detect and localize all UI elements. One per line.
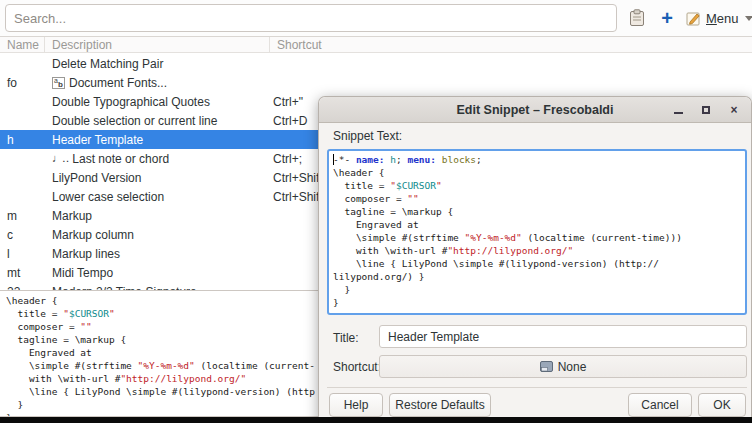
cell-name: fo (0, 76, 45, 90)
shortcut-button[interactable]: None (379, 355, 747, 378)
cell-description: Markup column (45, 228, 270, 242)
cell-description: ♩‥Last note or chord (45, 152, 270, 166)
chevron-down-icon (745, 16, 752, 21)
title-label: Title: (333, 331, 359, 345)
snippet-text-label: Snippet Text: (333, 129, 402, 143)
search-input[interactable] (5, 4, 617, 32)
snippet-toolbar: + Menu (0, 0, 752, 36)
cell-description: Lower case selection (45, 190, 270, 204)
code-line: \line { LilyPond \simple #(lilypond-vers… (333, 257, 741, 270)
window-controls: × (671, 97, 741, 123)
paste-icon[interactable] (625, 6, 649, 30)
frescobaldi-snippet-manager: + Menu Name Description Shortcut Delete … (0, 0, 752, 423)
shortcut-label: Shortcut: (333, 360, 381, 374)
cell-name: mt (0, 266, 45, 280)
close-icon[interactable]: × (727, 103, 741, 117)
dialog-title: Edit Snippet – Frescobaldi (457, 103, 614, 117)
edit-snippet-icon[interactable] (681, 6, 705, 30)
code-line: lilypond.org/) } (333, 270, 741, 283)
cell-description: Double selection or current line (45, 114, 270, 128)
code-line: with \with-url #"http://lilypond.org/" (333, 244, 741, 257)
table-row[interactable]: foabDocument Fonts... (0, 73, 752, 92)
table-header: Name Description Shortcut (0, 37, 752, 53)
shortcut-value: None (558, 360, 587, 374)
cell-description: Markup lines (45, 247, 270, 261)
code-line: Engraved at (333, 218, 741, 231)
cell-description: abDocument Fonts... (45, 76, 270, 90)
code-line: } (333, 296, 741, 309)
maximize-icon[interactable] (699, 103, 713, 117)
cell-name: l (0, 247, 45, 261)
cell-name: m (0, 209, 45, 223)
cell-name: c (0, 228, 45, 242)
column-header-shortcut[interactable]: Shortcut (270, 37, 752, 53)
dialog-separator (327, 387, 747, 388)
ok-button[interactable]: OK (698, 393, 746, 417)
menu-label: Menu (706, 11, 739, 26)
title-field[interactable] (379, 325, 747, 348)
code-line: title = "$CURSOR" (333, 179, 741, 192)
code-line: \simple #(strftime "%Y-%m-%d" (localtime… (333, 231, 741, 244)
snippet-text-editor[interactable]: -*- name: h; menu: blocks;\header { titl… (327, 149, 747, 315)
code-line: } (333, 283, 741, 296)
edit-snippet-dialog: Edit Snippet – Frescobaldi × Snippet Tex… (318, 96, 752, 423)
code-line: tagline = \markup { (333, 205, 741, 218)
cell-description: Double Typographical Quotes (45, 95, 270, 109)
window-bottom-edge (0, 417, 752, 423)
restore-defaults-button[interactable]: Restore Defaults (389, 393, 491, 417)
add-snippet-icon[interactable]: + (655, 6, 679, 30)
cell-description: Midi Tempo (45, 266, 270, 280)
dialog-titlebar[interactable]: Edit Snippet – Frescobaldi × (319, 97, 751, 123)
cell-description: LilyPond Version (45, 171, 270, 185)
cell-name: h (0, 133, 45, 147)
keyboard-icon (540, 361, 553, 372)
table-row[interactable]: Delete Matching Pair (0, 54, 752, 73)
column-header-name[interactable]: Name (0, 37, 45, 53)
cell-description: Header Template (45, 133, 270, 147)
code-line: \header { (333, 166, 741, 179)
code-line: -*- name: h; menu: blocks; (333, 153, 741, 166)
help-button[interactable]: Help (329, 393, 383, 417)
cell-description: Delete Matching Pair (45, 57, 270, 71)
column-header-description[interactable]: Description (45, 37, 270, 53)
menu-button[interactable]: Menu (706, 6, 752, 30)
code-line: composer = "" (333, 192, 741, 205)
minimize-icon[interactable] (671, 103, 685, 117)
cancel-button[interactable]: Cancel (628, 393, 692, 417)
music-note-icon: ♩‥ (52, 152, 68, 165)
document-fonts-icon: ab (52, 77, 65, 89)
cell-description: Markup (45, 209, 270, 223)
